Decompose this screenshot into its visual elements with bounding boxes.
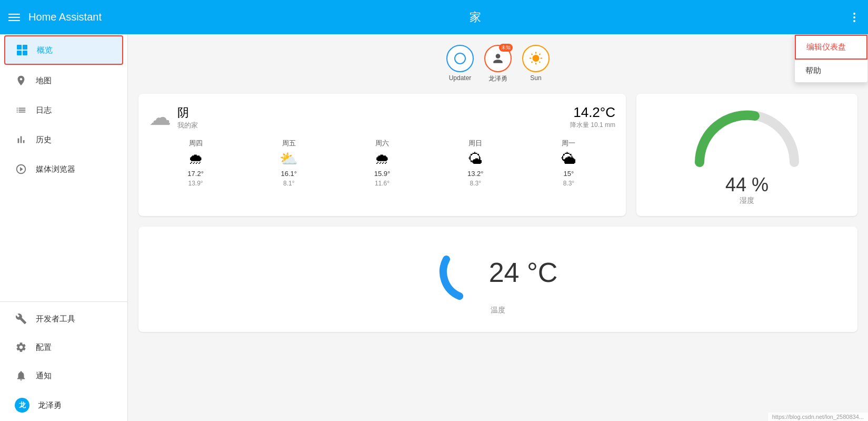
- sidebar-item-user[interactable]: 龙 龙泽勇: [4, 390, 123, 420]
- humidity-gauge-svg: [694, 104, 800, 168]
- sidebar-label-history: 历史: [36, 135, 52, 145]
- grid-icon: [16, 44, 28, 56]
- cards-row-2: 24 °C 温度: [138, 227, 857, 332]
- temp-display: 24 °C: [438, 243, 558, 301]
- sidebar-label-notify: 通知: [36, 371, 52, 381]
- weather-condition-text: 阴: [177, 105, 198, 121]
- temp-value: 24 °C: [489, 257, 558, 288]
- sidebar-label-developer: 开发者工具: [36, 314, 75, 324]
- menu-toggle-button[interactable]: [8, 14, 20, 21]
- humidity-card: 44 % 湿度: [636, 94, 857, 216]
- sidebar-item-map[interactable]: 地图: [4, 67, 123, 94]
- sidebar-item-overview[interactable]: 概览: [4, 35, 123, 65]
- config-icon: [15, 341, 27, 354]
- sidebar-bottom: 开发者工具 配置 通知 龙 龙泽勇: [0, 301, 127, 421]
- forecast-sun: 周日 🌤 13.2° 8.3°: [429, 139, 522, 187]
- dropdown-help[interactable]: 帮助: [795, 60, 867, 82]
- log-icon: [15, 104, 27, 116]
- sidebar-label-config: 配置: [36, 342, 52, 353]
- dropdown-menu: 编辑仪表盘 帮助: [794, 34, 868, 83]
- sidebar-item-log[interactable]: 日志: [4, 96, 123, 124]
- updater-avatar: [446, 45, 474, 72]
- unknown-badge: 未知: [499, 44, 513, 52]
- sidebar-label-media: 媒体浏览器: [36, 164, 75, 174]
- humidity-label: 湿度: [740, 196, 754, 205]
- forecast-sun-icon: 🌤: [468, 150, 483, 168]
- user-chip-sun[interactable]: Sun: [522, 45, 550, 83]
- forecast-mon-icon: 🌥: [561, 150, 576, 168]
- weather-precipitation: 降水量 10.1 mm: [570, 121, 615, 130]
- longzeyong-avatar: 未知: [484, 45, 512, 72]
- sidebar-label-user: 龙泽勇: [38, 400, 62, 410]
- layout: 概览 地图 日志 历史 媒体浏览器: [0, 34, 868, 421]
- weather-right: 14.2°C 降水量 10.1 mm: [570, 104, 615, 130]
- cards-row-1: ☁ 阴 我的家 14.2°C 降水量 10.1 mm 周: [138, 94, 857, 216]
- forecast-thu: 周四 🌧 17.2° 13.9°: [149, 139, 242, 187]
- topbar: Home Assistant 家: [0, 0, 868, 34]
- app-title: Home Assistant: [28, 11, 102, 23]
- temp-gauge-svg: [438, 243, 481, 301]
- sidebar: 概览 地图 日志 历史 媒体浏览器: [0, 34, 128, 421]
- sidebar-item-notify[interactable]: 通知: [4, 362, 123, 389]
- sidebar-label-map: 地图: [36, 76, 52, 86]
- forecast-fri: 周五 ⛅ 16.1° 8.1°: [242, 139, 335, 187]
- topbar-left: Home Assistant: [8, 11, 102, 23]
- user-avatar-icon: 龙: [15, 398, 29, 413]
- humidity-gauge: [694, 104, 800, 168]
- forecast-fri-icon: ⛅: [280, 150, 298, 168]
- page-title: 家: [470, 9, 481, 25]
- temperature-card: 24 °C 温度: [138, 227, 857, 332]
- sun-label: Sun: [530, 74, 541, 82]
- updater-label: Updater: [449, 74, 472, 82]
- forecast-mon: 周一 🌥 15° 8.3°: [522, 139, 615, 187]
- user-chip-longzeyong[interactable]: 未知 龙泽勇: [484, 45, 512, 83]
- user-chip-updater[interactable]: Updater: [446, 45, 474, 83]
- weather-card: ☁ 阴 我的家 14.2°C 降水量 10.1 mm 周: [138, 94, 626, 216]
- weather-info: 阴 我的家: [177, 105, 198, 130]
- forecast-thu-icon: 🌧: [188, 150, 203, 168]
- user-chips-row: Updater 未知 龙泽勇 Sun: [138, 45, 857, 83]
- longzeyong-label: 龙泽勇: [488, 74, 507, 83]
- weather-location: 我的家: [177, 121, 198, 130]
- temp-label: 温度: [491, 306, 505, 315]
- sidebar-item-developer[interactable]: 开发者工具: [4, 305, 123, 332]
- weather-condition-icon: ☁: [149, 104, 171, 130]
- topbar-right: [849, 8, 860, 26]
- sun-avatar: [522, 45, 550, 72]
- humidity-value: 44 %: [725, 174, 769, 196]
- forecast-sat-icon: 🌧: [375, 150, 390, 168]
- main-content: Updater 未知 龙泽勇 Sun: [128, 34, 868, 421]
- developer-icon: [15, 312, 27, 325]
- sidebar-item-config[interactable]: 配置: [4, 334, 123, 361]
- weather-header: ☁ 阴 我的家 14.2°C 降水量 10.1 mm: [149, 104, 615, 130]
- media-icon: [15, 163, 27, 175]
- weather-temperature: 14.2°C: [570, 104, 615, 121]
- temp-value-block: 24 °C: [489, 257, 558, 288]
- sidebar-item-history[interactable]: 历史: [4, 126, 123, 153]
- map-icon: [15, 74, 27, 87]
- weather-left: ☁ 阴 我的家: [149, 104, 198, 130]
- sidebar-label-log: 日志: [36, 105, 52, 115]
- sidebar-label-overview: 概览: [37, 45, 53, 55]
- bell-icon: [15, 369, 27, 382]
- history-icon: [15, 133, 27, 146]
- dropdown-edit-dashboard[interactable]: 编辑仪表盘: [795, 35, 867, 60]
- url-bar: https://blog.csdn.net/lon_2580834...: [768, 413, 868, 421]
- forecast-sat: 周六 🌧 15.9° 11.6°: [335, 139, 428, 187]
- sidebar-item-media[interactable]: 媒体浏览器: [4, 155, 123, 183]
- more-options-button[interactable]: [849, 8, 860, 26]
- svg-point-0: [455, 53, 465, 64]
- weather-forecast: 周四 🌧 17.2° 13.9° 周五 ⛅ 16.1° 8.1° 周六: [149, 139, 615, 187]
